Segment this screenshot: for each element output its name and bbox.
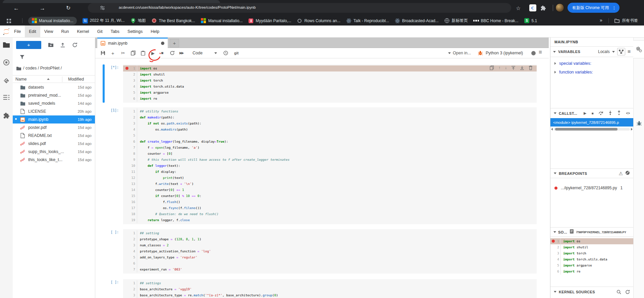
git-toolbar-label[interactable]: git [234, 51, 238, 55]
paste-cell-button[interactable] [141, 51, 145, 56]
kernel-name-button[interactable]: Python 3 (ipykernel) [486, 48, 523, 58]
breakpoint-gutter[interactable] [123, 205, 130, 211]
cell-editor[interactable]: 1## utility functions2def makedir(path):… [123, 107, 537, 224]
code-line[interactable]: 1## settings [123, 280, 537, 286]
evaluate-button[interactable]: <> [626, 111, 630, 115]
terminate-button[interactable]: ■ [591, 111, 593, 115]
apps-grid-icon[interactable] [7, 18, 11, 24]
git-icon[interactable] [3, 77, 10, 86]
debugger-tab[interactable] [634, 116, 644, 130]
column-name[interactable]: Name [15, 77, 26, 82]
run-cell-button[interactable]: ▶ [151, 51, 155, 55]
breakpoint-gutter[interactable] [123, 120, 130, 127]
breakpoint-gutter[interactable] [123, 254, 130, 260]
menu-help[interactable]: Help [147, 26, 163, 37]
property-inspector-tab[interactable] [633, 40, 644, 58]
cell-editor[interactable]: 1## settings2base_architecture = 'vgg19'… [123, 279, 537, 298]
interrupt-kernel-button[interactable]: ■ [161, 51, 163, 55]
search-icon[interactable] [616, 290, 621, 294]
code-line[interactable]: 12 print(text) [123, 175, 537, 181]
breakpoint-gutter[interactable] [123, 157, 130, 163]
code-line[interactable]: 2prototype_shape = (128, 8, 1, 1) [123, 236, 537, 242]
table-of-contents-icon[interactable] [3, 95, 10, 101]
extension-c-icon[interactable]: C [529, 4, 536, 11]
breakpoint-gutter[interactable] [123, 266, 130, 272]
code-line[interactable]: 8 counter = [0] [123, 151, 537, 157]
notebook-cell-3[interactable]: [ ]:1## setting2prototype_shape = (128, … [95, 229, 549, 274]
expand-icon[interactable] [554, 62, 556, 65]
breakpoint-dot-icon[interactable] [125, 67, 128, 70]
bookmark-item[interactable]: The Best Bangkok... [152, 18, 195, 23]
code-line[interactable]: 7experiment_run = '003' [123, 266, 537, 272]
bookmark-item[interactable]: S5.1 [524, 18, 537, 23]
code-line[interactable]: 2import shutil [123, 71, 537, 78]
notebook-cell-2[interactable]: [1]:1## utility functions2def makedir(pa… [95, 107, 549, 224]
bookmark-item[interactable]: Myydään Paritalo,... [248, 18, 291, 23]
breakpoint-gutter[interactable] [123, 286, 130, 292]
breakpoint-gutter[interactable] [123, 151, 130, 157]
table-view-icon[interactable]: ≡ [628, 49, 631, 55]
notebook-cell-1[interactable]: [*]:1import os2import shutil3import torc… [95, 64, 549, 103]
extensions-puzzle-icon[interactable] [540, 5, 546, 12]
breakpoint-gutter[interactable] [123, 65, 130, 71]
cell-collapser[interactable] [103, 64, 105, 103]
code-line[interactable]: 11 if display: [123, 169, 537, 175]
breakpoint-gutter[interactable] [123, 292, 130, 298]
browser-tab[interactable] [3, 0, 220, 3]
code-line[interactable]: 4 os.makedirs(path) [123, 127, 537, 133]
code-line[interactable]: 6 [123, 260, 537, 266]
variables-item-function[interactable]: function variables: [550, 68, 633, 77]
code-line[interactable]: 5add_on_layers_type = 'regular' [123, 254, 537, 260]
site-info-icon[interactable] [100, 5, 105, 12]
open-source-icon[interactable] [569, 229, 574, 235]
menu-tabs[interactable]: Tabs [107, 26, 123, 37]
insert-cell-below-icon[interactable] [520, 66, 524, 70]
file-row-this-looks-like-t-[interactable]: PDFthis_looks_like_t...15d ago [13, 156, 95, 164]
menu-kernel[interactable]: Kernel [73, 26, 93, 37]
collapse-caret-icon[interactable] [554, 172, 556, 174]
sort-arrow-icon[interactable] [47, 78, 50, 80]
breakpoint-gutter[interactable] [123, 217, 130, 223]
continue-button[interactable]: ▶ [584, 111, 586, 115]
refresh-icon[interactable] [625, 290, 630, 294]
callstack-section-header[interactable]: CALLST... ▶ ■ <> [550, 108, 633, 118]
breakpoint-gutter[interactable] [123, 96, 130, 102]
notebook-menu-icon[interactable]: ≡ [539, 49, 542, 56]
code-line[interactable]: 1## setting [123, 230, 537, 236]
breakpoint-gutter[interactable] [123, 71, 130, 78]
menu-view[interactable]: View [40, 26, 57, 37]
cell-type-select[interactable]: Code [193, 48, 223, 58]
new-tab-button[interactable]: + [170, 39, 179, 47]
bookmark-item[interactable]: Manual installatio... [201, 18, 243, 23]
breakpoints-section-header[interactable]: BREAKPOINTS ⚠ [550, 168, 633, 178]
code-line[interactable]: 5import argparse [123, 90, 537, 96]
deactivate-breakpoints-icon[interactable] [625, 170, 630, 177]
bookmark-item[interactable]: 知2022 年 11 月, Wi... [83, 18, 125, 23]
collapse-caret-icon[interactable] [553, 231, 556, 233]
bookmark-item[interactable]: 地图 [130, 18, 146, 23]
profile-avatar[interactable] [555, 3, 564, 12]
breakpoint-gutter[interactable] [123, 248, 130, 254]
menu-settings[interactable]: Settings [123, 26, 147, 37]
refresh-files-icon[interactable] [72, 42, 77, 49]
pause-on-exception-icon[interactable]: ⚠ [619, 171, 623, 176]
kernel-status-icon[interactable] [531, 51, 536, 55]
breakpoint-gutter[interactable] [123, 108, 130, 114]
breakpoint-dot-icon[interactable] [552, 240, 555, 243]
breakpoint-gutter[interactable] [123, 242, 130, 248]
menu-edit[interactable]: Edit [25, 26, 40, 37]
collapse-caret-icon[interactable] [554, 291, 556, 293]
breakpoint-entry[interactable]: .../ipykernel_728/872146895.py 1 [550, 185, 633, 191]
code-line[interactable]: 2def makedir(path): [123, 114, 537, 120]
breakpoint-gutter[interactable] [123, 84, 130, 90]
breakpoint-gutter[interactable] [123, 260, 130, 266]
code-line[interactable]: 6import re [550, 268, 633, 275]
debugger-bug-icon[interactable] [478, 50, 483, 56]
breakpoint-gutter[interactable] [123, 199, 130, 205]
notebook-cell-4[interactable]: [ ]:1## settings2base_architecture = 'vg… [95, 279, 549, 298]
bookmarks-overflow-icon[interactable]: » [600, 17, 602, 23]
source-section-header[interactable]: SO... /TMP/IPYKERNEL_728/872146895.PY [550, 227, 633, 237]
kernel-sources-section-header[interactable]: KERNEL SOURCES [550, 287, 633, 297]
code-line[interactable]: 4prototype_activation_function = 'log' [123, 248, 537, 254]
step-over-button[interactable] [598, 110, 603, 116]
